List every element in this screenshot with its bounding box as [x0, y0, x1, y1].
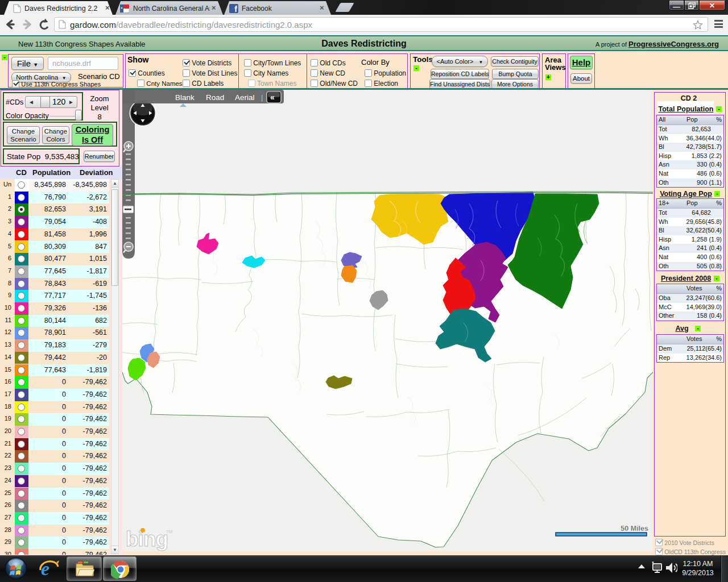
- svg-text:Aerial: Aerial: [235, 93, 255, 102]
- svg-text:«: «: [270, 93, 275, 102]
- svg-text:|: |: [261, 93, 263, 102]
- svg-text:f: f: [234, 5, 237, 13]
- svg-text:bing: bing: [126, 527, 168, 551]
- svg-text:TM: TM: [166, 529, 173, 534]
- svg-text:Blank: Blank: [175, 93, 195, 102]
- svg-text:50 Miles: 50 Miles: [621, 525, 648, 533]
- svg-text:Road: Road: [206, 93, 224, 102]
